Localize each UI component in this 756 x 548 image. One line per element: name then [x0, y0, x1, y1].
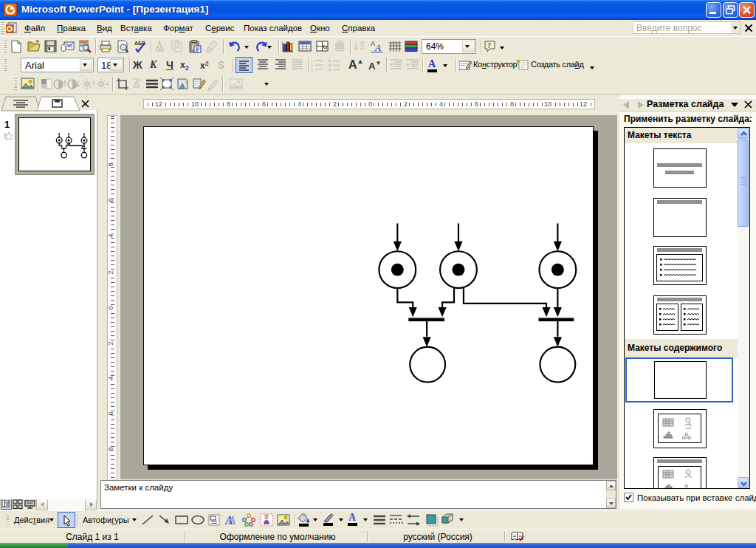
svg-text:?: ? — [487, 41, 491, 49]
svg-text:A: A — [227, 514, 236, 527]
svg-text:А: А — [374, 42, 381, 53]
svg-text:3: 3 — [311, 68, 314, 72]
